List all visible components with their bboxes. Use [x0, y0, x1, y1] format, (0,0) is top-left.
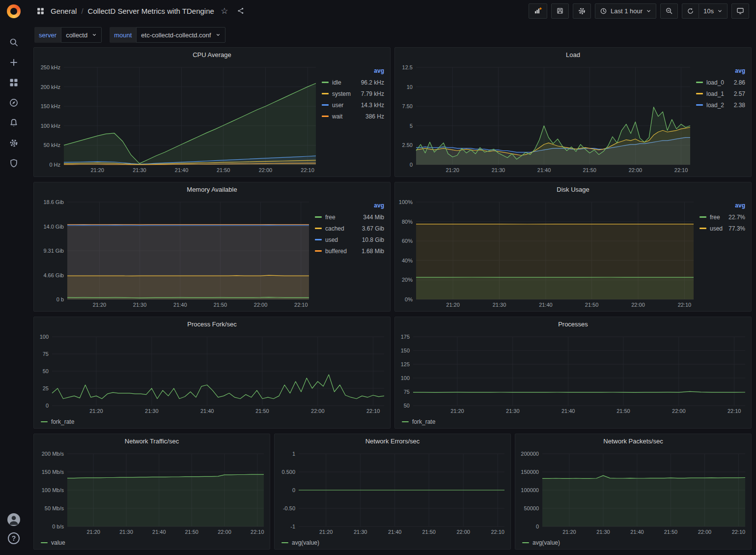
chart-network-errors-sec[interactable]: 21:2021:3021:4021:5022:0022:1010.5000-0.… — [277, 448, 508, 537]
explore-compass-icon[interactable] — [8, 97, 19, 108]
series-name: load_2 — [706, 102, 724, 109]
legend-item-used[interactable]: used77.3% — [700, 223, 746, 234]
zoom-out-button[interactable] — [660, 3, 678, 19]
user-avatar[interactable] — [7, 513, 20, 526]
tv-mode-button[interactable] — [731, 3, 749, 19]
legend-item-buffered[interactable]: buffered1.68 Mib — [315, 245, 385, 257]
legend-item-fork-rate[interactable]: fork_rate — [402, 416, 435, 427]
series-color-swatch — [322, 104, 329, 106]
legend-item-wait[interactable]: wait386 Hz — [322, 111, 385, 122]
add-panel-button[interactable] — [529, 3, 547, 19]
y-axis-label: 0 — [410, 162, 413, 168]
legend-item-system[interactable]: system7.79 kHz — [322, 88, 385, 99]
series-name: avg(value) — [292, 539, 319, 546]
x-axis-label: 22:00 — [698, 529, 712, 535]
y-axis-label: 1 — [292, 451, 295, 457]
legend-item-fork-rate[interactable]: fork_rate — [41, 416, 74, 427]
legend-item-load-1[interactable]: load_12.57 — [696, 88, 746, 99]
y-axis-label: -1 — [290, 524, 295, 529]
panel-title[interactable]: Processes — [395, 317, 751, 331]
chart-process-fork-sec[interactable]: 21:2021:3021:4021:5022:0022:100255075100 — [36, 331, 388, 416]
variable-mount-picker[interactable]: etc-collectd-collectd.conf — [136, 27, 225, 43]
y-axis-label: 0 b/s — [52, 524, 64, 529]
legend-item-avg-value[interactable]: avg(value) — [281, 537, 319, 548]
chart-svg: 21:2021:3021:4021:5022:0022:100 b/s50 Mb… — [36, 448, 268, 537]
chart-memory-available[interactable]: 21:2021:3021:4021:5022:0022:100 b4.66 Gi… — [36, 196, 313, 310]
x-axis-label: 22:00 — [311, 408, 325, 414]
x-axis-label: 22:10 — [301, 167, 314, 173]
x-axis-label: 21:50 — [422, 529, 436, 535]
dashboards-icon[interactable] — [8, 77, 19, 88]
panel-title[interactable]: Process Fork/sec — [34, 317, 390, 331]
panel-title[interactable]: CPU Average — [34, 48, 390, 61]
legend-item-value[interactable]: value — [41, 537, 65, 548]
series-avg-value: 2.86 — [734, 79, 746, 86]
panel-title[interactable]: Network Packets/sec — [515, 434, 751, 448]
chart-svg: 21:2021:3021:4021:5022:0022:1010.5000-0.… — [277, 448, 508, 537]
y-axis-label: 0% — [405, 296, 413, 302]
time-picker-button[interactable]: Last 1 hour — [595, 3, 656, 19]
y-axis-label: 175 — [401, 334, 410, 340]
y-axis-label: 75 — [43, 351, 49, 357]
star-icon[interactable]: ☆ — [219, 5, 230, 17]
variable-server-picker[interactable]: collectd — [61, 27, 102, 43]
legend-item-used[interactable]: used10.8 Gib — [315, 234, 385, 245]
x-axis-label: 22:00 — [631, 302, 645, 308]
legend-item-idle[interactable]: idle96.2 kHz — [322, 77, 385, 88]
series-color-swatch — [41, 421, 48, 423]
chart-disk-usage[interactable]: 21:2021:3021:4021:5022:0022:100%20%40%60… — [397, 196, 698, 310]
help-icon[interactable]: ? — [8, 532, 20, 544]
legend-item-avg-value[interactable]: avg(value) — [522, 537, 560, 548]
legend-item-load-0[interactable]: load_02.86 — [696, 77, 746, 88]
refresh-interval-dropdown[interactable]: 10s — [699, 3, 728, 19]
legend-item-free[interactable]: free22.7% — [700, 211, 746, 223]
y-axis-label: 50 — [404, 403, 410, 409]
dashboard-title[interactable]: CollectD Server Metrics with TDengine — [88, 7, 214, 15]
chart-svg: 21:2021:3021:4021:5022:0022:100500001000… — [517, 448, 749, 537]
panel-process-fork-sec: Process Fork/sec21:2021:3021:4021:5022:0… — [33, 317, 391, 429]
chart-svg: 21:2021:3021:4021:5022:0022:100%20%40%60… — [397, 196, 698, 310]
admin-shield-icon[interactable] — [8, 158, 19, 169]
chart-network-packets-sec[interactable]: 21:2021:3021:4021:5022:0022:100500001000… — [517, 448, 749, 537]
panel-title[interactable]: Network Errors/sec — [275, 434, 510, 448]
legend-item-load-2[interactable]: load_22.38 — [696, 99, 746, 111]
panel-title[interactable]: Network Traffic/sec — [34, 434, 270, 448]
variable-mount: mount etc-collectd-collectd.conf — [110, 27, 225, 43]
grafana-logo-icon[interactable] — [7, 4, 21, 18]
legend-item-cached[interactable]: cached3.67 Gib — [315, 223, 385, 234]
chevron-down-icon — [646, 8, 651, 14]
series-name: system — [332, 90, 351, 97]
y-axis-label: 25 — [43, 385, 49, 391]
x-axis-label: 21:20 — [90, 167, 104, 173]
chart-load[interactable]: 21:2021:3021:4021:5022:0022:1002.5057.50… — [397, 61, 694, 175]
save-dashboard-button[interactable] — [551, 3, 569, 19]
dashboard-settings-button[interactable] — [573, 3, 591, 19]
share-icon[interactable] — [235, 5, 247, 17]
series-name: cached — [325, 225, 344, 232]
chart-processes[interactable]: 21:2021:3021:4021:5022:0022:105075100125… — [397, 331, 749, 416]
create-plus-icon[interactable] — [8, 57, 19, 68]
y-axis-label: 250 kHz — [41, 64, 60, 70]
search-icon[interactable] — [8, 37, 19, 48]
series-avg-value: 96.2 kHz — [361, 79, 385, 86]
series-color-swatch — [402, 421, 409, 423]
legend-item-free[interactable]: free344 Mib — [315, 211, 385, 223]
panel-title[interactable]: Load — [395, 48, 751, 61]
series-name: used — [325, 236, 338, 243]
legend: avgload_02.86load_12.57load_22.38 — [694, 61, 749, 175]
dashboard-grid: CPU Average21:2021:3021:4021:5022:0022:1… — [28, 46, 756, 554]
x-axis-label: 21:50 — [616, 408, 630, 414]
configuration-gear-icon[interactable] — [8, 138, 19, 148]
alerting-bell-icon[interactable] — [8, 117, 19, 128]
x-axis-label: 21:40 — [561, 408, 575, 414]
chart-network-traffic-sec[interactable]: 21:2021:3021:4021:5022:0022:100 b/s50 Mb… — [36, 448, 268, 537]
breadcrumb-section[interactable]: General — [51, 7, 77, 15]
series-name: free — [710, 214, 720, 221]
chart-cpu-average[interactable]: 21:2021:3021:4021:5022:0022:100 Hz50 kHz… — [36, 61, 320, 175]
x-axis-label: 21:30 — [596, 529, 610, 535]
panel-title[interactable]: Disk Usage — [395, 182, 751, 196]
legend-item-user[interactable]: user14.3 kHz — [322, 99, 385, 111]
x-axis-label: 22:00 — [672, 408, 686, 414]
panel-title[interactable]: Memory Available — [34, 182, 390, 196]
refresh-button[interactable] — [682, 3, 699, 19]
